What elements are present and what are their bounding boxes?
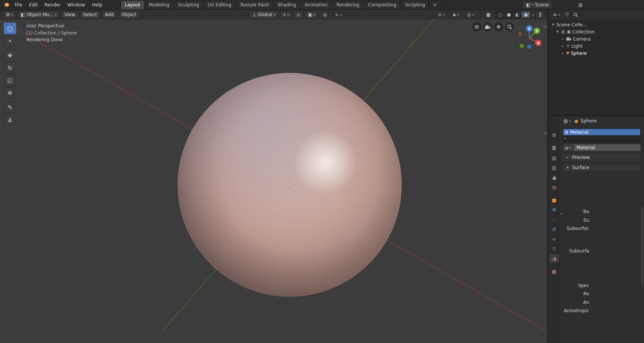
camera-view-button[interactable] bbox=[483, 22, 492, 32]
menu-render[interactable]: Render bbox=[41, 1, 64, 9]
tab-particles[interactable]: ∴ bbox=[549, 215, 559, 224]
snap-settings-dropdown[interactable]: ▣ ▾ bbox=[305, 11, 318, 18]
falloff-dropdown[interactable]: ∿ ▾ bbox=[332, 11, 345, 18]
visibility-dropdown[interactable]: ⊙ ▾ bbox=[435, 11, 448, 18]
zoom-view-button[interactable] bbox=[505, 22, 514, 32]
3d-cursor[interactable] bbox=[285, 180, 294, 189]
disclosure-open-icon[interactable]: ▼ bbox=[551, 23, 555, 26]
3d-viewport[interactable]: ▢ ⌖ ✥ ↻ ◱ ⊕ ✎ ∡ User Perspective (1) Col… bbox=[0, 20, 547, 343]
blender-logo-icon[interactable] bbox=[3, 2, 10, 8]
snap-toggle[interactable]: ∪ bbox=[294, 11, 303, 18]
outliner-row-sphere[interactable]: ▸ ▼ Sphere bbox=[548, 50, 644, 57]
shading-options-dropdown[interactable]: ▾ bbox=[533, 13, 534, 17]
search-icon[interactable] bbox=[573, 12, 578, 17]
mode-dropdown[interactable]: ◧ Object Mo... ▾ bbox=[18, 11, 59, 18]
pan-view-button[interactable]: ✥ bbox=[494, 22, 503, 32]
cursor-icon: ⌖ bbox=[8, 38, 11, 44]
pivot-point-dropdown[interactable]: ⌖ ▾ bbox=[280, 11, 292, 18]
tab-object[interactable]: ■ bbox=[549, 196, 559, 204]
workspace-tab-rendering[interactable]: Rendering bbox=[332, 0, 363, 9]
preview-panel-header[interactable]: ▸ Preview bbox=[562, 153, 641, 162]
workspace-tab-texture-paint[interactable]: Texture Paint bbox=[236, 0, 273, 9]
tab-material[interactable]: ◑ bbox=[549, 254, 559, 263]
pause-render-button[interactable]: ‖ bbox=[536, 11, 544, 18]
workspace-tab-sculpting[interactable]: Sculpting bbox=[174, 0, 203, 9]
outliner-row-collection[interactable]: ▼ ✓ ▣ Collection bbox=[548, 28, 644, 35]
menu-help[interactable]: Help bbox=[88, 1, 105, 9]
workspace-tab-scripting[interactable]: Scripting bbox=[401, 0, 429, 9]
tab-world[interactable]: ◍ bbox=[549, 183, 559, 191]
axis-neg-y-ball[interactable] bbox=[520, 44, 524, 48]
outliner-row-camera[interactable]: ▸ Camera bbox=[548, 35, 644, 42]
menu-object[interactable]: Object bbox=[118, 11, 139, 18]
slot-expander-icon[interactable]: ▸ bbox=[563, 135, 640, 140]
disclosure-closed-icon[interactable]: ▸ bbox=[561, 37, 565, 41]
material-slot-item[interactable]: ◍ Material bbox=[563, 129, 640, 135]
filter-icon[interactable]: ▽ bbox=[565, 12, 569, 17]
axis-neg-z-ball[interactable] bbox=[527, 45, 532, 49]
gizmos-dropdown[interactable]: ◈ ▾ bbox=[450, 11, 462, 18]
measure-tool[interactable]: ∡ bbox=[4, 114, 16, 125]
tab-constraints[interactable]: ∞ bbox=[549, 235, 559, 243]
workspace-tab-shading[interactable]: Shading bbox=[273, 0, 300, 9]
disclosure-closed-icon[interactable]: ▸ bbox=[561, 51, 565, 55]
proportional-editing-toggle[interactable]: ◎ bbox=[320, 11, 330, 18]
tab-texture[interactable]: ▩ bbox=[549, 267, 559, 275]
shading-material-button[interactable]: ◐ bbox=[513, 12, 521, 18]
axis-neg-x-ball[interactable] bbox=[518, 32, 522, 36]
properties-scrollbar[interactable] bbox=[641, 206, 643, 285]
transform-tool[interactable]: ⊕ bbox=[4, 87, 16, 98]
cursor-tool[interactable]: ⌖ bbox=[4, 35, 16, 47]
view-layer-icon[interactable]: ▤ bbox=[576, 2, 585, 8]
tab-scene[interactable]: ◕ bbox=[549, 173, 559, 181]
workspace-tab-compositing[interactable]: Compositing bbox=[364, 0, 400, 9]
properties-editor-type-button[interactable]: ▤ ▾ bbox=[562, 117, 572, 125]
outliner-editor-type-button[interactable]: ≡ ▾ bbox=[552, 11, 561, 18]
rotate-tool[interactable]: ↻ bbox=[4, 62, 16, 74]
region-collapse-chevron[interactable]: ‹ bbox=[544, 25, 547, 29]
menu-file[interactable]: File bbox=[11, 1, 26, 9]
menu-add[interactable]: Add bbox=[102, 11, 117, 18]
menu-edit[interactable]: Edit bbox=[26, 1, 41, 9]
perspective-grid-button[interactable]: ⊞ bbox=[472, 22, 481, 32]
editor-type-button[interactable]: ⊞ ▾ bbox=[3, 11, 16, 18]
overlays-dropdown[interactable]: ◎ ▾ bbox=[464, 11, 477, 18]
shading-solid-button[interactable]: ● bbox=[505, 12, 513, 18]
tab-physics[interactable]: ↺ bbox=[549, 225, 559, 233]
outliner-row-scene-collection[interactable]: ▼ Scene Collection bbox=[548, 21, 644, 28]
move-tool[interactable]: ✥ bbox=[4, 50, 16, 61]
tab-object-data[interactable]: ▽ bbox=[549, 245, 559, 253]
tab-view-layer[interactable]: ▥ bbox=[549, 163, 559, 172]
scene-selector[interactable]: ◧ ▾ Scene bbox=[523, 1, 552, 9]
tab-render[interactable]: ◘ bbox=[549, 144, 559, 152]
select-box-tool[interactable]: ▢ bbox=[4, 23, 16, 34]
region-collapse-chevron[interactable]: ‹ bbox=[544, 131, 547, 134]
add-workspace-button[interactable]: + bbox=[430, 0, 440, 9]
tab-output[interactable]: ▤ bbox=[549, 154, 559, 162]
annotate-tool[interactable]: ✎ bbox=[4, 101, 16, 113]
shading-wireframe-button[interactable]: ○ bbox=[496, 12, 504, 18]
shading-rendered-button[interactable]: ◉ bbox=[522, 12, 530, 18]
workspace-tab-layout[interactable]: Layout bbox=[121, 0, 144, 9]
workspace-tab-modeling[interactable]: Modeling bbox=[145, 0, 174, 9]
orientation-dropdown[interactable]: ⊥ Global ▾ bbox=[249, 11, 278, 18]
tab-modifiers[interactable]: ⚙ bbox=[549, 205, 559, 214]
workspace-tab-uv-editing[interactable]: UV Editing bbox=[204, 0, 235, 9]
material-name-field[interactable]: Material bbox=[574, 144, 641, 151]
material-slot-list[interactable]: ◍ Material ▸ bbox=[562, 128, 641, 142]
xray-toggle[interactable]: ▩ bbox=[483, 11, 494, 18]
collection-checkbox[interactable]: ✓ bbox=[561, 30, 565, 34]
outliner-row-light[interactable]: ▸ ☀ Light bbox=[548, 42, 644, 50]
navigation-gizmo[interactable]: Z Y X bbox=[513, 21, 545, 53]
menu-window[interactable]: Window bbox=[64, 1, 88, 9]
scene-collection-label: Scene Collection bbox=[556, 22, 588, 27]
surface-panel-header[interactable]: ▼ Surface bbox=[562, 163, 641, 172]
menu-view[interactable]: View bbox=[61, 11, 78, 18]
disclosure-closed-icon[interactable]: ▸ bbox=[561, 44, 565, 48]
workspace-tab-animation[interactable]: Animation bbox=[301, 0, 332, 9]
disclosure-open-icon[interactable]: ▼ bbox=[556, 30, 559, 33]
tab-tool[interactable]: ⚒ bbox=[549, 131, 559, 139]
menu-select[interactable]: Select bbox=[80, 11, 100, 18]
browse-material-button[interactable]: ◍ ▾ bbox=[562, 144, 574, 151]
scale-tool[interactable]: ◱ bbox=[4, 74, 16, 86]
